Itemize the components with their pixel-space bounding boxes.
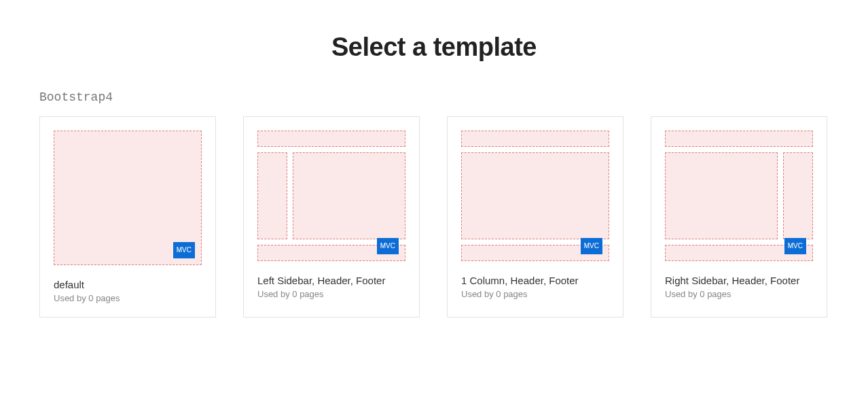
template-preview: MVC — [244, 117, 419, 269]
template-card-left-sidebar[interactable]: MVC Left Sidebar, Header, Footer Used by… — [243, 116, 420, 318]
template-card-right-sidebar[interactable]: MVC Right Sidebar, Header, Footer Used b… — [651, 116, 827, 318]
mvc-badge: MVC — [173, 242, 195, 258]
mvc-badge: MVC — [581, 238, 602, 254]
template-subtitle: Used by 0 pages — [54, 293, 202, 303]
template-subtitle: Used by 0 pages — [665, 289, 813, 299]
template-subtitle: Used by 0 pages — [257, 289, 405, 299]
template-title: Left Sidebar, Header, Footer — [257, 275, 405, 286]
layout-region-header — [665, 131, 813, 147]
layout-region-header — [461, 131, 609, 147]
template-preview: MVC — [448, 117, 623, 269]
template-meta: default Used by 0 pages — [40, 273, 215, 317]
template-title: Right Sidebar, Header, Footer — [665, 275, 813, 286]
template-cards: MVC default Used by 0 pages MVC Left Sid… — [39, 116, 829, 318]
mvc-badge: MVC — [377, 238, 399, 254]
mvc-badge: MVC — [784, 238, 806, 254]
template-card-one-column[interactable]: MVC 1 Column, Header, Footer Used by 0 p… — [447, 116, 623, 318]
page-title: Select a template — [0, 33, 868, 62]
section-label: Bootstrap4 — [39, 90, 829, 104]
template-meta: 1 Column, Header, Footer Used by 0 pages — [448, 269, 623, 313]
layout-region-content — [293, 152, 405, 239]
layout-region-header — [257, 131, 405, 147]
template-card-default[interactable]: MVC default Used by 0 pages — [39, 116, 216, 318]
layout-region-content — [665, 152, 778, 239]
template-title: 1 Column, Header, Footer — [461, 275, 609, 286]
template-meta: Left Sidebar, Header, Footer Used by 0 p… — [244, 269, 419, 313]
layout-region-content — [461, 152, 609, 239]
layout-region-sidebar — [783, 152, 813, 239]
template-meta: Right Sidebar, Header, Footer Used by 0 … — [651, 269, 827, 313]
template-preview: MVC — [651, 117, 827, 269]
template-subtitle: Used by 0 pages — [461, 289, 609, 299]
template-title: default — [54, 279, 202, 290]
layout-region-sidebar — [257, 152, 287, 239]
template-preview: MVC — [40, 117, 215, 273]
